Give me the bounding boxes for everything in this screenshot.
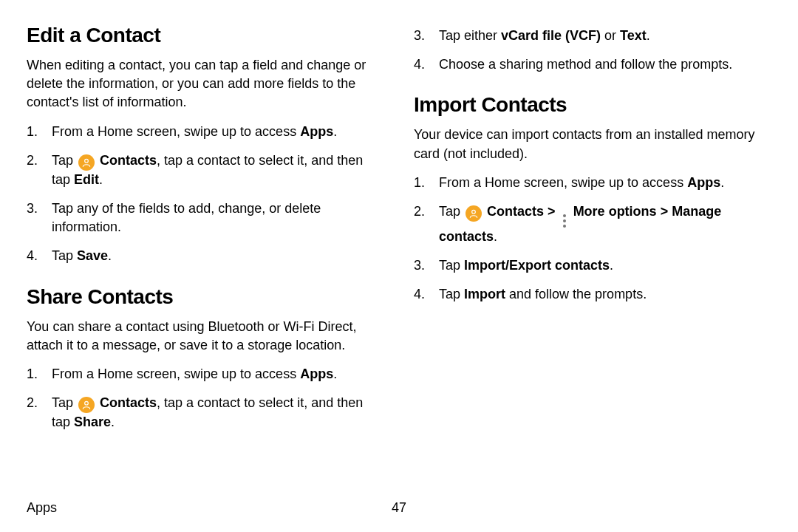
bold-edit: Edit — [74, 172, 99, 187]
intro-edit-contact: When editing a contact, you can tap a fi… — [27, 56, 384, 112]
contacts-icon — [78, 154, 95, 171]
step-text: Tap any of the fields to add, change, or… — [52, 201, 321, 234]
svg-point-0 — [85, 159, 89, 163]
step-text: Tap either — [439, 28, 501, 43]
bold-vcf: vCard file (VCF) — [501, 28, 601, 43]
footer-section-label: Apps — [27, 500, 57, 516]
contacts-icon — [466, 205, 482, 222]
step-number: 4. — [414, 285, 425, 304]
step-item: 4. Tap Save. — [27, 247, 384, 265]
step-number: 4. — [27, 247, 38, 265]
step-item: 2. Tap Contacts > More options > Manage … — [414, 202, 771, 246]
step-number: 3. — [414, 256, 425, 275]
step-text: Tap — [439, 204, 464, 219]
bold-share: Share — [74, 415, 111, 429]
more-options-icon — [561, 214, 568, 228]
step-text: From a Home screen, swipe up to access — [439, 175, 687, 190]
step-number: 4. — [414, 55, 425, 74]
steps-edit-contact: 1. From a Home screen, swipe up to acces… — [27, 123, 384, 266]
step-text: . — [111, 415, 115, 429]
right-column: 3. Tap either vCard file (VCF) or Text. … — [414, 24, 771, 451]
step-text: Tap — [439, 258, 464, 273]
step-item: 3. Tap either vCard file (VCF) or Text. — [414, 27, 771, 45]
bold-contacts: Contacts — [100, 153, 157, 168]
step-item: 1. From a Home screen, swipe up to acces… — [27, 365, 384, 383]
step-number: 2. — [27, 151, 38, 170]
chevron-right-icon: > — [548, 204, 556, 219]
step-text: Choose a sharing method and follow the p… — [439, 57, 732, 72]
step-number: 2. — [414, 202, 425, 221]
step-number: 1. — [414, 174, 425, 192]
bold-apps: Apps — [687, 175, 720, 190]
heading-import-contacts: Import Contacts — [414, 93, 771, 117]
bold-contacts: Contacts — [487, 204, 544, 219]
bold-apps: Apps — [300, 366, 333, 381]
step-text: Tap — [52, 153, 77, 168]
page-number: 47 — [392, 500, 406, 516]
step-item: 2. Tap Contacts, tap a contact to select… — [27, 394, 384, 432]
step-text: . — [108, 248, 112, 263]
step-text: Tap — [439, 287, 464, 301]
step-number: 2. — [27, 394, 38, 412]
step-text: . — [610, 258, 613, 273]
step-number: 3. — [414, 27, 425, 45]
bold-import: Import — [464, 287, 505, 301]
step-number: 1. — [27, 365, 38, 383]
step-text: . — [99, 172, 103, 187]
step-text: . — [720, 175, 724, 190]
heading-share-contacts: Share Contacts — [27, 285, 384, 309]
bold-contacts: Contacts — [100, 395, 157, 410]
step-number: 1. — [27, 123, 38, 141]
step-text: Tap — [52, 395, 77, 410]
page-columns: Edit a Contact When editing a contact, y… — [27, 24, 771, 451]
step-text: Tap — [52, 248, 77, 263]
step-text: . — [333, 366, 337, 381]
step-item: 4. Choose a sharing method and follow th… — [414, 55, 771, 74]
page-footer: Apps 47 — [27, 500, 771, 516]
step-item: 2. Tap Contacts, tap a contact to select… — [27, 151, 384, 189]
step-item: 4. Tap Import and follow the prompts. — [414, 285, 771, 304]
steps-share-contacts: 1. From a Home screen, swipe up to acces… — [27, 365, 384, 432]
intro-import-contacts: Your device can import contacts from an … — [414, 126, 771, 163]
chevron-right-icon: > — [661, 204, 669, 219]
step-text: . — [333, 124, 337, 139]
step-text: . — [494, 229, 497, 244]
bold-save: Save — [77, 248, 108, 263]
step-number: 3. — [27, 200, 38, 218]
step-text: or — [601, 28, 620, 43]
step-item: 3. Tap any of the fields to add, change,… — [27, 200, 384, 236]
steps-import-contacts: 1. From a Home screen, swipe up to acces… — [414, 174, 771, 304]
steps-share-contacts-cont: 3. Tap either vCard file (VCF) or Text. … — [414, 27, 771, 74]
left-column: Edit a Contact When editing a contact, y… — [27, 24, 384, 451]
step-text: and follow the prompts. — [505, 287, 647, 301]
svg-point-2 — [472, 210, 476, 214]
contacts-icon — [78, 397, 95, 413]
bold-more-options: More options — [573, 204, 657, 219]
step-text: From a Home screen, swipe up to access — [52, 124, 300, 139]
bold-apps: Apps — [300, 124, 333, 139]
bold-import-export: Import/Export contacts — [464, 258, 610, 273]
step-item: 1. From a Home screen, swipe up to acces… — [27, 123, 384, 141]
intro-share-contacts: You can share a contact using Bluetooth … — [27, 318, 384, 355]
svg-point-1 — [85, 401, 89, 405]
step-item: 1. From a Home screen, swipe up to acces… — [414, 174, 771, 192]
bold-text: Text — [620, 28, 647, 43]
step-item: 3. Tap Import/Export contacts. — [414, 256, 771, 275]
heading-edit-contact: Edit a Contact — [27, 24, 384, 47]
step-text: From a Home screen, swipe up to access — [52, 366, 300, 381]
step-text: . — [647, 28, 650, 43]
